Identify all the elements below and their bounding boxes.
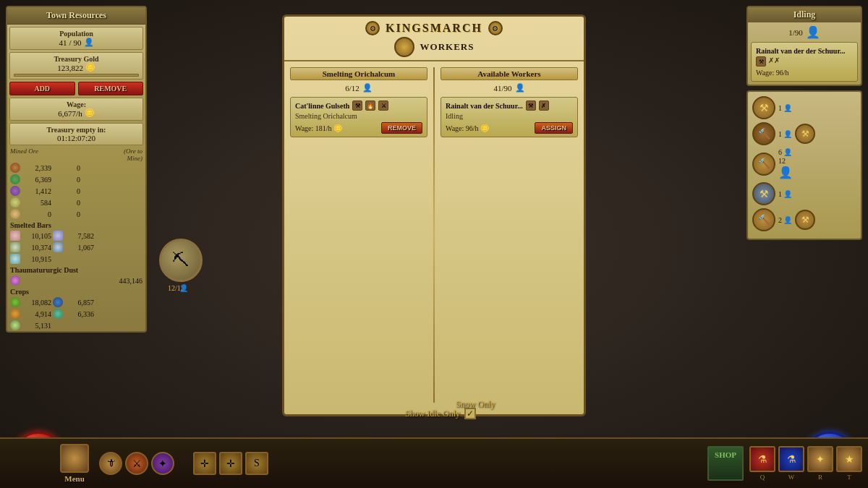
smelting-title: Smelting Orichalcum [290,67,427,80]
treasury-empty-value: 01:12:07:20 [14,134,139,142]
building-slot-4[interactable]: ⚒ 1 👤 [752,182,856,205]
ore-icon-5 [10,209,20,219]
skill-icon-2[interactable]: ⚔ [125,452,148,475]
workers-right-column: Available Workers 41/90 👤 Rainalt van de… [435,61,584,408]
building-slot-3[interactable]: 🔨 6 👤 12 👤 [752,148,856,179]
anvil-icon-1: ⚒ [752,96,775,119]
assign-worker-button[interactable]: ASSIGN [535,122,573,134]
slot-count-2: 1 👤 [778,130,792,138]
ore-row-5: 0 0 [7,208,145,220]
worker-wage-left: Wage: 181/h 🪙 [295,124,342,132]
idling-count-row: 1/90 👤 [751,25,858,39]
skill-icons: 🗡 ⚔ ✦ [99,452,174,475]
bar-icon-2 [10,242,20,252]
slot-icon-2: 👤 [783,130,792,138]
mining-circle[interactable]: ⛏ [159,239,203,282]
crop-icon-2 [10,309,20,319]
treasury-gold-label: Treasury Gold [14,55,139,63]
workers-title-area: ⚙ Kingsmarch ⚙ Workers [284,17,584,61]
building-slot-1[interactable]: ⚒ 1 👤 [752,96,856,119]
remove-worker-button[interactable]: REMOVE [381,122,422,134]
worker-name-left: Cat'linne Gulseth ⚒ 🔥 ⚔ [295,100,422,111]
coin-icon: 🪙 [85,108,95,118]
dust-row: 443,146 [7,275,145,286]
town-resources-title: Town Resources [7,7,145,25]
building-slot-5[interactable]: 🔨 2 👤 ⚒ [752,208,856,231]
add-remove-buttons: ADD REMOVE [9,82,143,95]
action-icon-cross[interactable]: ✛ [193,452,216,475]
menu-button[interactable] [60,444,89,473]
action-icon-cross2[interactable]: ✛ [219,452,242,475]
worker-wage-row-left: Wage: 181/h 🪙 REMOVE [295,122,422,134]
crop-icon-3 [10,320,20,330]
smelted-bars-header: Smelted Bars [10,221,142,229]
wage-section: Wage: 6,677/h 🪙 [9,98,143,121]
ore-icon-1 [10,163,20,173]
water-icon-1 [53,297,63,307]
slot-icon-4: 👤 [783,190,792,198]
anvil-icon-5b: ⚒ [795,210,815,230]
treasury-gold-section: Treasury Gold 123,822 🪙 [9,52,143,80]
ore-row-3: 1,412 0 [7,185,145,197]
hotkey-icon-w[interactable]: ⚗ [778,446,804,472]
hotkey-icon-r[interactable]: ✦ [807,446,833,472]
hotkey-icon-t[interactable]: ★ [836,446,862,472]
water-icon-2 [53,309,63,319]
settings-icon-right[interactable]: ⚙ [488,21,503,35]
snow-only-text: Snow Only [456,399,495,410]
mining-count-icon: 👤 [179,284,188,292]
ore-row-1: 2,339 0 [7,162,145,174]
ore-icon-4 [10,197,20,207]
treasury-empty-label: Treasury empty in: [14,126,139,134]
hotkey-icon-q[interactable]: ⚗ [749,446,775,472]
wage-label: Wage: [14,100,139,108]
hotkey-t: ★ T [836,446,862,481]
treasury-empty-section: Treasury empty in: 01:12:07:20 [9,123,143,145]
crop-icon-1 [10,297,20,307]
skill-icon-fire: 🔥 [365,100,375,111]
settings-icon-left[interactable]: ⚙ [365,21,380,35]
slot-count-3a: 6 👤 [778,148,793,156]
add-button[interactable]: ADD [9,82,75,95]
worker-role-right: Idling [446,112,573,120]
skill-icon-3[interactable]: ✦ [151,452,174,475]
available-count-icon: 👤 [515,83,525,93]
bar-icon-1b [53,231,63,241]
remove-button[interactable]: REMOVE [78,82,144,95]
anvil-icon-5: 🔨 [752,208,775,231]
ore-column-headers: Mined Ore (Ore to Mine) [7,147,145,162]
skill-icon-1[interactable]: 🗡 [99,452,122,475]
bar-row-1: 10,105 7,582 [7,230,145,241]
shop-button[interactable]: SHOP [707,446,744,481]
idling-count-icon: 👤 [806,25,820,39]
slot-count-5: 2 👤 [778,216,792,224]
slot-count-1: 1 👤 [778,104,792,112]
workers-subtitle: Workers [420,41,475,53]
population-section: Population 41/90 👤 [9,27,143,50]
right-panel: Idling 1/90 👤 Rainalt van der der Schuur… [746,6,862,240]
hotkey-key-q: Q [760,474,765,481]
slot-icon-3b: 👤 [778,166,793,179]
ore-row-4: 584 0 [7,197,145,208]
hotkey-r: ✦ R [807,446,833,481]
menu-label: Menu [64,474,85,483]
gold-icon: 🪙 [85,63,95,72]
idling-panel: Idling 1/90 👤 Rainalt van der der Schuur… [746,6,862,86]
idling-worker-info: Rainalt van der der Schuur... ⚒ ✗✗ Wage:… [751,42,858,82]
idling-wage: Wage: 96/h [756,69,853,77]
town-name: Kingsmarch [386,22,482,35]
crop-row-2: 4,914 6,336 [7,308,145,320]
population-label: Population [14,30,139,38]
building-slot-2[interactable]: 🔨 1 👤 ⚒ [752,122,856,145]
hotkey-icons: ⚗ Q ⚗ W ✦ R ★ T [749,446,862,481]
person-icon: 👤 [84,38,94,47]
action-icon-s[interactable]: S [245,452,268,475]
slot-3-counts: 6 👤 12 👤 [778,148,793,179]
crop-row-3: 5,131 [7,320,145,331]
hotkey-key-t: T [847,474,851,481]
pickaxe-icon: ⛏ [172,250,190,270]
dust-icon [10,275,20,286]
town-resources-panel: Town Resources Population 41/90 👤 Treasu… [6,6,147,333]
workers-left-column: Smelting Orichalcum 6/12 👤 Cat'linne Gul… [284,61,433,408]
hotkey-bar: SHOP ⚗ Q ⚗ W ✦ R ★ T [707,446,862,481]
